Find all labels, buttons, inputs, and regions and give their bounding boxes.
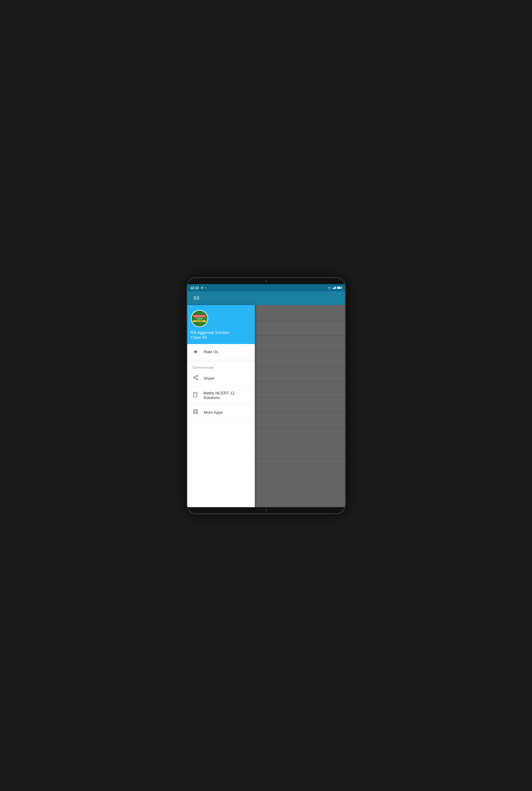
logo-math-text: MATHEMATICS <box>193 315 206 317</box>
content-row-5 <box>255 366 345 382</box>
signal-bars <box>332 286 336 289</box>
logo-text: MATHEMATICS RS Aggarwal Class 12 SOLUTIO… <box>193 315 206 322</box>
main-content: MATHEMATICS RS Aggarwal Class 12 SOLUTIO… <box>187 305 345 507</box>
battery-icon <box>337 287 342 289</box>
drawer-item-rate-us[interactable]: ★ Rate Us <box>187 344 255 360</box>
tablet-frame: 12:13 ⊕ ▪ <box>186 277 346 514</box>
drawer-item-more-apps[interactable]: More Apps <box>187 405 255 421</box>
svg-rect-9 <box>196 410 197 411</box>
star-icon: ★ <box>192 348 199 355</box>
content-row-7 <box>255 397 345 412</box>
tablet-bottom-bar <box>187 507 345 513</box>
more-apps-label: More Apps <box>204 410 223 415</box>
sim-icon: ▪ <box>205 286 206 289</box>
tablet-screen: 12:13 ⊕ ▪ <box>187 284 345 507</box>
content-row-10 <box>255 443 345 459</box>
app-header-title: XII <box>193 295 200 301</box>
divider-1 <box>187 361 255 361</box>
drawer-list: ★ Rate Us Communicate <box>187 344 255 507</box>
drawer-item-share[interactable]: Share <box>187 370 255 386</box>
logo-sub3-text: SOLUTIONS <box>193 320 206 322</box>
content-area <box>255 305 345 507</box>
drawer-header: MATHEMATICS RS Aggarwal Class 12 SOLUTIO… <box>187 305 255 344</box>
svg-point-0 <box>329 289 330 289</box>
app-logo: MATHEMATICS RS Aggarwal Class 12 SOLUTIO… <box>191 310 208 327</box>
tablet-top-bar <box>187 278 345 284</box>
camera <box>265 280 267 282</box>
drawer-item-maths-ncert[interactable]: Maths NCERT 12 Solutions <box>187 386 255 405</box>
bottom-dot <box>265 509 267 511</box>
status-bar-right <box>327 286 342 289</box>
content-row-6 <box>255 382 345 397</box>
status-time: 12:13 <box>190 286 199 290</box>
share-label: Share <box>204 376 214 381</box>
svg-rect-10 <box>193 412 195 414</box>
content-row-9 <box>255 428 345 443</box>
content-rows <box>255 305 345 507</box>
app-header: XII <box>187 292 345 305</box>
rate-us-label: Rate Us <box>204 350 218 354</box>
svg-rect-11 <box>196 412 197 414</box>
svg-rect-8 <box>193 410 195 411</box>
content-row-8 <box>255 412 345 428</box>
svg-line-5 <box>195 376 196 377</box>
content-row-1 <box>255 305 345 320</box>
content-row-4 <box>255 351 345 366</box>
communicate-section-header: Communicate <box>187 363 255 370</box>
share-icon <box>192 375 199 382</box>
svg-rect-6 <box>193 392 197 397</box>
svg-line-4 <box>195 378 196 379</box>
grid-icon <box>192 409 199 416</box>
content-row-2 <box>255 320 345 336</box>
notification-icon: ⊕ <box>201 286 203 289</box>
wifi-icon <box>327 286 331 289</box>
maths-ncert-label: Maths NCERT 12 Solutions <box>203 391 250 400</box>
navigation-drawer: MATHEMATICS RS Aggarwal Class 12 SOLUTIO… <box>187 305 255 507</box>
bookmark-icon <box>192 392 198 399</box>
content-row-3 <box>255 336 345 351</box>
drawer-app-name: RS Aggarwal Solution Class XII <box>191 330 230 341</box>
status-bar: 12:13 ⊕ ▪ <box>187 284 345 292</box>
status-bar-left: 12:13 ⊕ ▪ <box>190 286 206 290</box>
